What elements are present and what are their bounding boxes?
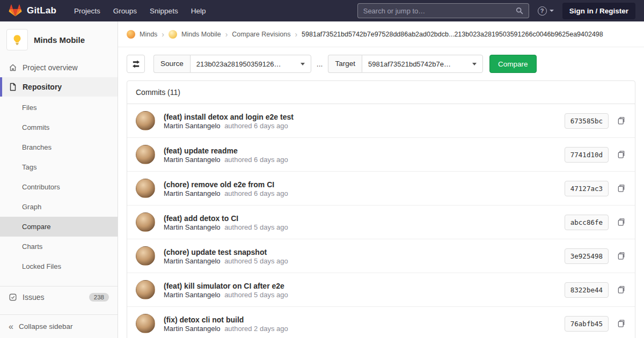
commit-authored-time: authored 6 days ago <box>224 189 288 197</box>
commit-title-link[interactable]: (feat) update readme <box>164 146 238 155</box>
sidebar-item-label: Project overview <box>23 63 78 72</box>
sidebar-item-label: Issues <box>23 293 44 302</box>
commit-meta: Martin Santangelo authored 5 days ago <box>164 291 565 299</box>
commit-authored-time: authored 5 days ago <box>224 257 288 265</box>
author-avatar <box>136 145 155 164</box>
commit-title-link[interactable]: (feat) kill simulator on CI after e2e <box>164 282 284 290</box>
sidebar: Minds Mobile Project overview Repository… <box>0 21 118 338</box>
commit-sha-link[interactable]: 76abfb45 <box>565 316 609 332</box>
sidebar-item-commits[interactable]: Commits <box>0 117 118 137</box>
commit-author-link[interactable]: Martin Santangelo <box>164 291 221 299</box>
commit-list: (feat) install detox and login e2e test … <box>127 104 635 338</box>
sidebar-item-label: Repository <box>23 83 62 91</box>
commit-author-link[interactable]: Martin Santangelo <box>164 156 221 164</box>
commit-sha-link[interactable]: 8322be44 <box>565 282 609 298</box>
copy-sha-button[interactable] <box>616 149 626 160</box>
commit-author-link[interactable]: Martin Santangelo <box>164 257 221 265</box>
project-header[interactable]: Minds Mobile <box>0 21 118 58</box>
target-label: Target <box>328 55 362 73</box>
lightbulb-icon <box>11 34 23 46</box>
commit-title-link[interactable]: (feat) add detox to CI <box>164 214 238 223</box>
commit-authored-time: authored 2 days ago <box>224 325 288 333</box>
copy-sha-button[interactable] <box>616 217 626 227</box>
breadcrumb-separator-icon: › <box>162 30 164 39</box>
sidebar-item-tags[interactable]: Tags <box>0 157 118 177</box>
clipboard-icon <box>617 285 625 294</box>
sidebar-item-repository[interactable]: Repository <box>0 77 118 97</box>
question-icon: ? <box>538 6 547 16</box>
commit-title-link[interactable]: (fix) detox cli not build <box>164 315 244 324</box>
sidebar-nav: Project overview Repository Files Commit… <box>0 58 118 308</box>
commit-meta: Martin Santangelo authored 2 days ago <box>164 325 565 333</box>
search-input[interactable] <box>363 7 516 15</box>
compare-button[interactable]: Compare <box>489 55 537 73</box>
commit-info: (feat) add detox to CI Martin Santangelo… <box>164 214 565 231</box>
commit-author-link[interactable]: Martin Santangelo <box>164 189 221 197</box>
commit-meta: Martin Santangelo authored 6 days ago <box>164 156 565 164</box>
commit-title-link[interactable]: (chore) remove old e2e from CI <box>164 180 274 189</box>
sidebar-item-graph[interactable]: Graph <box>0 197 118 217</box>
target-revision-value: 5981af73521bd5742b7e… <box>368 60 451 68</box>
commit-sha-link[interactable]: abcc86fe <box>565 215 609 230</box>
commit-author-link[interactable]: Martin Santangelo <box>164 122 221 130</box>
commit-author-link[interactable]: Martin Santangelo <box>164 325 221 333</box>
commit-row: (feat) update readme Martin Santangelo a… <box>127 138 635 172</box>
search-icon <box>516 7 523 14</box>
commit-row: (chore) update test snapshot Martin Sant… <box>127 239 635 273</box>
sidebar-item-files[interactable]: Files <box>0 98 118 117</box>
commit-sha-link[interactable]: 47127ac3 <box>565 181 609 196</box>
chevron-down-icon <box>550 10 554 12</box>
sidebar-item-branches[interactable]: Branches <box>0 137 118 157</box>
commit-info: (feat) kill simulator on CI after e2e Ma… <box>164 281 565 299</box>
nav-item-groups[interactable]: Groups <box>107 4 143 18</box>
clipboard-icon <box>617 218 625 226</box>
commit-row: (feat) add detox to CI Martin Santangelo… <box>127 205 635 239</box>
sidebar-item-issues[interactable]: Issues 238 <box>0 286 118 308</box>
source-revision-dropdown[interactable]: 213b023a281950359126… <box>190 55 311 73</box>
sidebar-item-compare[interactable]: Compare <box>0 217 118 237</box>
swap-revisions-button[interactable] <box>127 55 145 73</box>
commit-row: (fix) detox cli not build Martin Santang… <box>127 307 635 338</box>
nav-item-projects[interactable]: Projects <box>68 4 106 18</box>
copy-sha-button[interactable] <box>616 284 626 295</box>
sidebar-item-charts[interactable]: Charts <box>0 237 118 256</box>
sidebar-item-locked-files[interactable]: Locked Files <box>0 256 118 276</box>
breadcrumb-project-link[interactable]: Minds Mobile <box>181 31 221 38</box>
sidebar-item-contributors[interactable]: Contributors <box>0 177 118 197</box>
search-box <box>357 3 529 18</box>
commit-sha-link[interactable]: 7741d10d <box>565 147 609 163</box>
copy-sha-button[interactable] <box>616 115 626 126</box>
author-avatar <box>136 179 155 198</box>
sidebar-item-project-overview[interactable]: Project overview <box>0 58 118 77</box>
commit-sha-link[interactable]: 673585bc <box>565 113 609 129</box>
copy-sha-button[interactable] <box>616 318 626 329</box>
commits-panel: Commits (11) (feat) install detox and lo… <box>127 80 635 338</box>
nav-item-snippets[interactable]: Snippets <box>144 4 184 18</box>
nav-item-help[interactable]: Help <box>185 4 212 18</box>
collapse-sidebar-button[interactable]: « Collapse sidebar <box>0 314 118 338</box>
sign-in-button[interactable]: Sign in / Register <box>562 3 635 19</box>
breadcrumb-page-link[interactable]: Compare Revisions <box>232 31 290 38</box>
copy-sha-button[interactable] <box>616 183 626 194</box>
help-dropdown[interactable]: ? <box>538 6 554 16</box>
commit-title-link[interactable]: (chore) update test snapshot <box>164 248 267 256</box>
commit-sha-link[interactable]: 3e925498 <box>565 248 609 264</box>
gitlab-logo[interactable]: GitLab <box>9 4 56 17</box>
commit-authored-time: authored 5 days ago <box>224 291 288 299</box>
commit-info: (chore) update test snapshot Martin Sant… <box>164 247 565 265</box>
project-avatar-small <box>169 30 177 39</box>
commit-row: (feat) install detox and login e2e test … <box>127 104 635 138</box>
source-label: Source <box>153 55 190 73</box>
copy-sha-button[interactable] <box>616 251 626 261</box>
commit-meta: Martin Santangelo authored 6 days ago <box>164 122 565 130</box>
top-navbar: GitLab Projects Groups Snippets Help ? S… <box>0 0 644 21</box>
breadcrumb-group-link[interactable]: Minds <box>140 31 157 38</box>
clipboard-icon <box>617 319 625 328</box>
commit-meta: Martin Santangelo authored 5 days ago <box>164 257 565 265</box>
commit-author-link[interactable]: Martin Santangelo <box>164 223 221 231</box>
navbar-menu: Projects Groups Snippets Help <box>68 4 211 18</box>
source-input-group: Source 213b023a281950359126… <box>153 55 311 73</box>
target-revision-dropdown[interactable]: 5981af73521bd5742b7e… <box>362 55 483 73</box>
commit-title-link[interactable]: (feat) install detox and login e2e test <box>164 113 294 121</box>
gitlab-logo-text: GitLab <box>27 5 56 16</box>
